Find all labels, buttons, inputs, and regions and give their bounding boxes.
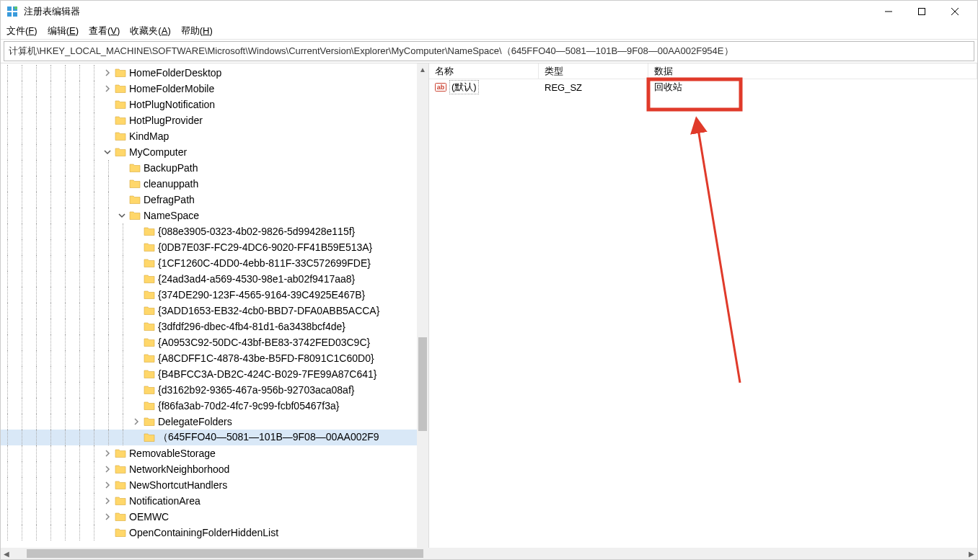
scroll-thumb[interactable] bbox=[418, 337, 427, 431]
scroll-right-arrow[interactable]: ▶ bbox=[966, 548, 977, 559]
chevron-right-icon[interactable] bbox=[102, 511, 113, 523]
folder-icon bbox=[115, 527, 126, 538]
tree-item[interactable]: NetworkNeighborhood bbox=[1, 461, 417, 477]
tree-item[interactable]: HomeFolderMobile bbox=[1, 81, 417, 97]
folder-icon bbox=[144, 368, 155, 380]
folder-icon bbox=[115, 495, 126, 507]
menu-favorites[interactable]: 收藏夹(A) bbox=[130, 25, 170, 37]
tree-item-label: RemovableStorage bbox=[129, 448, 220, 459]
folder-icon bbox=[144, 273, 155, 285]
chevron-right-icon[interactable] bbox=[102, 463, 113, 475]
tree-item-label: HotPlugNotification bbox=[129, 99, 219, 110]
tree-item[interactable]: DefragPath bbox=[1, 192, 417, 208]
folder-icon bbox=[144, 337, 155, 348]
folder-icon bbox=[144, 226, 155, 237]
scroll-up-arrow[interactable]: ▲ bbox=[417, 63, 428, 75]
tree-item-label: NotificationArea bbox=[129, 495, 205, 507]
tree-item-label: NetworkNeighborhood bbox=[129, 463, 234, 475]
close-button[interactable] bbox=[938, 1, 972, 22]
address-bar[interactable]: 计算机\HKEY_LOCAL_MACHINE\SOFTWARE\Microsof… bbox=[4, 41, 974, 61]
folder-icon bbox=[129, 210, 141, 221]
folder-icon bbox=[115, 463, 126, 475]
scroll-left-arrow[interactable]: ◀ bbox=[1, 548, 12, 559]
menubar: 文件(F) 编辑(E) 查看(V) 收藏夹(A) 帮助(H) bbox=[1, 22, 977, 40]
chevron-right-icon[interactable] bbox=[131, 416, 142, 427]
tree-item-label: {A8CDFF1C-4878-43be-B5FD-F8091C1C60D0} bbox=[158, 352, 379, 364]
menu-help[interactable]: 帮助(H) bbox=[181, 25, 213, 37]
registry-editor-window: 注册表编辑器 文件(F) 编辑(E) 查看(V) 收藏夹(A) 帮助(H) 计算… bbox=[0, 0, 978, 560]
values-list[interactable]: ab(默认)REG_SZ回收站 bbox=[429, 79, 977, 559]
window-controls bbox=[872, 1, 972, 22]
tree-item[interactable]: KindMap bbox=[1, 128, 417, 144]
value-data: 回收站 bbox=[648, 81, 977, 94]
menu-edit[interactable]: 编辑(E) bbox=[48, 25, 79, 37]
chevron-right-icon[interactable] bbox=[102, 479, 113, 491]
value-name: (默认) bbox=[449, 80, 479, 94]
tree-vertical-scrollbar[interactable]: ▲ ▼ bbox=[417, 63, 428, 559]
tree-item[interactable]: {3dfdf296-dbec-4fb4-81d1-6a3438bcf4de} bbox=[1, 319, 417, 334]
folder-icon bbox=[115, 99, 126, 110]
tree-item[interactable]: cleanuppath bbox=[1, 176, 417, 192]
folder-icon bbox=[144, 384, 155, 396]
folder-icon bbox=[115, 67, 126, 79]
column-name[interactable]: 名称 bbox=[429, 63, 539, 79]
folder-icon bbox=[144, 257, 155, 269]
tree-item-label: （645FFO40—5081—101B—9F08—00AA002F9 bbox=[158, 431, 384, 444]
chevron-down-icon[interactable] bbox=[102, 146, 113, 158]
tree-item-label: cleanuppath bbox=[144, 178, 203, 190]
tree-item[interactable]: {1CF1260C-4DD0-4ebb-811F-33C572699FDE} bbox=[1, 255, 417, 271]
folder-icon bbox=[115, 146, 126, 158]
hscroll-thumb[interactable] bbox=[27, 549, 423, 558]
folder-icon bbox=[115, 130, 126, 142]
tree-item-label: {24ad3ad4-a569-4530-98e1-ab02f9417aa8} bbox=[158, 273, 359, 285]
tree-item[interactable]: {d3162b92-9365-467a-956b-92703aca08af} bbox=[1, 382, 417, 398]
folder-icon bbox=[144, 305, 155, 316]
chevron-right-icon[interactable] bbox=[102, 448, 113, 459]
column-data[interactable]: 数据 bbox=[648, 63, 977, 79]
string-value-icon: ab bbox=[435, 81, 446, 93]
tree-item[interactable]: HotPlugProvider bbox=[1, 112, 417, 128]
chevron-right-icon[interactable] bbox=[102, 67, 113, 79]
chevron-right-icon[interactable] bbox=[102, 83, 113, 94]
tree-item[interactable]: HomeFolderDesktop bbox=[1, 65, 417, 81]
chevron-right-icon[interactable] bbox=[102, 495, 113, 507]
maximize-button[interactable] bbox=[905, 1, 938, 22]
tree-item[interactable]: {3ADD1653-EB32-4cb0-BBD7-DFA0ABB5ACCA} bbox=[1, 303, 417, 319]
tree-item[interactable]: NameSpace bbox=[1, 208, 417, 223]
value-row[interactable]: ab(默认)REG_SZ回收站 bbox=[429, 79, 977, 95]
tree-item[interactable]: {f86fa3ab-70d2-4fc7-9c99-fcbf05467f3a} bbox=[1, 398, 417, 414]
svg-rect-0 bbox=[7, 6, 12, 11]
tree-item[interactable]: {374DE290-123F-4565-9164-39C4925E467B} bbox=[1, 287, 417, 303]
menu-view[interactable]: 查看(V) bbox=[89, 25, 120, 37]
tree-item-label: NewShortcutHandlers bbox=[129, 479, 232, 491]
horizontal-scrollbar[interactable]: ◀ ▶ bbox=[1, 548, 977, 559]
tree-item[interactable]: RemovableStorage bbox=[1, 445, 417, 461]
tree-item[interactable]: MyComputer bbox=[1, 144, 417, 160]
values-pane: 名称 类型 数据 ab(默认)REG_SZ回收站 bbox=[429, 63, 977, 559]
tree-item[interactable]: NewShortcutHandlers bbox=[1, 477, 417, 493]
menu-file[interactable]: 文件(F) bbox=[6, 25, 38, 37]
titlebar: 注册表编辑器 bbox=[1, 1, 977, 22]
tree-item-label: {3dfdf296-dbec-4fb4-81d1-6a3438bcf4de} bbox=[158, 321, 350, 332]
tree-item[interactable]: DelegateFolders bbox=[1, 414, 417, 430]
tree-item[interactable]: （645FFO40—5081—101B—9F08—00AA002F9 bbox=[1, 430, 417, 445]
chevron-down-icon[interactable] bbox=[116, 210, 128, 221]
folder-icon bbox=[115, 511, 126, 523]
registry-tree[interactable]: HomeFolderDesktopHomeFolderMobileHotPlug… bbox=[1, 63, 417, 541]
tree-item[interactable]: OEMWC bbox=[1, 509, 417, 525]
tree-item[interactable]: {088e3905-0323-4b02-9826-5d99428e115f} bbox=[1, 223, 417, 239]
tree-item[interactable]: HotPlugNotification bbox=[1, 97, 417, 112]
tree-item[interactable]: {A0953C92-50DC-43bf-BE83-3742FED03C9C} bbox=[1, 334, 417, 350]
column-type[interactable]: 类型 bbox=[539, 63, 648, 79]
tree-item[interactable]: {24ad3ad4-a569-4530-98e1-ab02f9417aa8} bbox=[1, 271, 417, 287]
tree-item[interactable]: {A8CDFF1C-4878-43be-B5FD-F8091C1C60D0} bbox=[1, 350, 417, 366]
minimize-button[interactable] bbox=[872, 1, 905, 22]
tree-item[interactable]: {0DB7E03F-FC29-4DC6-9020-FF41B59E513A} bbox=[1, 239, 417, 255]
tree-item[interactable]: OpenContainingFolderHiddenList bbox=[1, 525, 417, 541]
folder-icon bbox=[144, 400, 155, 412]
tree-item[interactable]: NotificationArea bbox=[1, 493, 417, 509]
tree-item[interactable]: {B4BFCC3A-DB2C-424C-B029-7FE99A87C641} bbox=[1, 366, 417, 382]
value-type: REG_SZ bbox=[539, 82, 648, 93]
tree-item-label: {B4BFCC3A-DB2C-424C-B029-7FE99A87C641} bbox=[158, 368, 382, 380]
tree-item[interactable]: BackupPath bbox=[1, 160, 417, 176]
